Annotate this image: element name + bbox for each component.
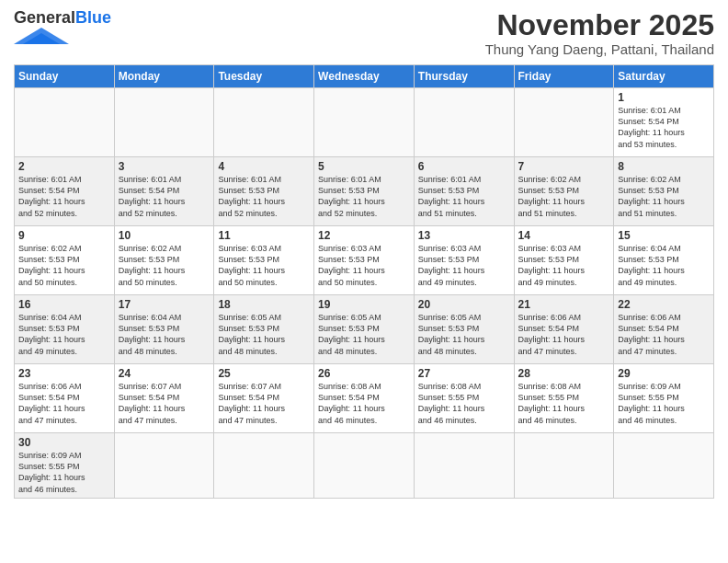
day-number: 19	[318, 298, 410, 311]
calendar-cell: 28Sunrise: 6:08 AM Sunset: 5:55 PM Dayli…	[514, 364, 614, 433]
day-number: 30	[18, 436, 110, 449]
day-info: Sunrise: 6:07 AM Sunset: 5:54 PM Dayligh…	[218, 381, 310, 426]
calendar-cell: 1Sunrise: 6:01 AM Sunset: 5:54 PM Daylig…	[614, 88, 714, 157]
calendar-body: 1Sunrise: 6:01 AM Sunset: 5:54 PM Daylig…	[15, 88, 714, 499]
calendar-cell	[414, 433, 514, 499]
day-number: 1	[618, 91, 710, 104]
page-header: GeneralBlue November 2025 Thung Yang Dae…	[14, 9, 714, 57]
day-info: Sunrise: 6:01 AM Sunset: 5:53 PM Dayligh…	[418, 174, 510, 219]
calendar-cell: 16Sunrise: 6:04 AM Sunset: 5:53 PM Dayli…	[15, 295, 115, 364]
calendar-week-row: 30Sunrise: 6:09 AM Sunset: 5:55 PM Dayli…	[15, 433, 714, 499]
location-title: Thung Yang Daeng, Pattani, Thailand	[485, 41, 714, 57]
calendar-cell: 23Sunrise: 6:06 AM Sunset: 5:54 PM Dayli…	[15, 364, 115, 433]
day-info: Sunrise: 6:08 AM Sunset: 5:55 PM Dayligh…	[518, 381, 610, 426]
logo-general: General	[14, 8, 75, 27]
day-info: Sunrise: 6:05 AM Sunset: 5:53 PM Dayligh…	[218, 312, 310, 357]
header-day-saturday: Saturday	[614, 65, 714, 88]
day-number: 21	[518, 298, 610, 311]
day-number: 28	[518, 367, 610, 380]
day-info: Sunrise: 6:02 AM Sunset: 5:53 PM Dayligh…	[18, 243, 110, 288]
calendar-cell	[514, 88, 614, 157]
day-number: 7	[518, 160, 610, 173]
calendar-cell: 8Sunrise: 6:02 AM Sunset: 5:53 PM Daylig…	[614, 157, 714, 226]
day-info: Sunrise: 6:02 AM Sunset: 5:53 PM Dayligh…	[518, 174, 610, 219]
header-day-sunday: Sunday	[15, 65, 115, 88]
day-number: 17	[119, 298, 210, 311]
calendar-cell: 25Sunrise: 6:07 AM Sunset: 5:54 PM Dayli…	[214, 364, 314, 433]
calendar-week-row: 9Sunrise: 6:02 AM Sunset: 5:53 PM Daylig…	[15, 226, 714, 295]
day-number: 13	[418, 229, 510, 242]
header-day-thursday: Thursday	[414, 65, 514, 88]
calendar-cell	[15, 88, 115, 157]
day-info: Sunrise: 6:06 AM Sunset: 5:54 PM Dayligh…	[618, 312, 710, 357]
day-number: 8	[618, 160, 710, 173]
day-info: Sunrise: 6:03 AM Sunset: 5:53 PM Dayligh…	[418, 243, 510, 288]
header-row: SundayMondayTuesdayWednesdayThursdayFrid…	[15, 65, 714, 88]
month-title: November 2025	[485, 9, 714, 41]
calendar-week-row: 2Sunrise: 6:01 AM Sunset: 5:54 PM Daylig…	[15, 157, 714, 226]
calendar-cell: 20Sunrise: 6:05 AM Sunset: 5:53 PM Dayli…	[414, 295, 514, 364]
day-info: Sunrise: 6:01 AM Sunset: 5:53 PM Dayligh…	[218, 174, 310, 219]
day-info: Sunrise: 6:04 AM Sunset: 5:53 PM Dayligh…	[18, 312, 110, 357]
calendar-cell: 3Sunrise: 6:01 AM Sunset: 5:54 PM Daylig…	[114, 157, 214, 226]
day-number: 11	[218, 229, 310, 242]
calendar-cell: 19Sunrise: 6:05 AM Sunset: 5:53 PM Dayli…	[314, 295, 415, 364]
calendar-cell	[214, 433, 314, 499]
day-info: Sunrise: 6:08 AM Sunset: 5:55 PM Dayligh…	[418, 381, 510, 426]
calendar-cell	[314, 433, 415, 499]
calendar-table: SundayMondayTuesdayWednesdayThursdayFrid…	[14, 64, 714, 499]
day-info: Sunrise: 6:09 AM Sunset: 5:55 PM Dayligh…	[618, 381, 710, 426]
header-day-tuesday: Tuesday	[214, 65, 314, 88]
day-info: Sunrise: 6:05 AM Sunset: 5:53 PM Dayligh…	[418, 312, 510, 357]
calendar-cell: 7Sunrise: 6:02 AM Sunset: 5:53 PM Daylig…	[514, 157, 614, 226]
calendar-header: SundayMondayTuesdayWednesdayThursdayFrid…	[15, 65, 714, 88]
header-day-wednesday: Wednesday	[314, 65, 415, 88]
calendar-cell: 5Sunrise: 6:01 AM Sunset: 5:53 PM Daylig…	[314, 157, 415, 226]
calendar-cell: 2Sunrise: 6:01 AM Sunset: 5:54 PM Daylig…	[15, 157, 115, 226]
day-info: Sunrise: 6:03 AM Sunset: 5:53 PM Dayligh…	[218, 243, 310, 288]
day-number: 9	[18, 229, 110, 242]
day-info: Sunrise: 6:01 AM Sunset: 5:54 PM Dayligh…	[119, 174, 210, 219]
day-number: 23	[18, 367, 110, 380]
calendar-cell	[114, 88, 214, 157]
calendar-cell: 30Sunrise: 6:09 AM Sunset: 5:55 PM Dayli…	[15, 433, 115, 499]
calendar-cell: 6Sunrise: 6:01 AM Sunset: 5:53 PM Daylig…	[414, 157, 514, 226]
day-info: Sunrise: 6:01 AM Sunset: 5:54 PM Dayligh…	[18, 174, 110, 219]
header-day-friday: Friday	[514, 65, 614, 88]
calendar-cell	[514, 433, 614, 499]
day-number: 12	[318, 229, 410, 242]
day-info: Sunrise: 6:02 AM Sunset: 5:53 PM Dayligh…	[618, 174, 710, 219]
calendar-cell: 26Sunrise: 6:08 AM Sunset: 5:54 PM Dayli…	[314, 364, 415, 433]
day-number: 16	[18, 298, 110, 311]
calendar-cell	[314, 88, 415, 157]
calendar-week-row: 1Sunrise: 6:01 AM Sunset: 5:54 PM Daylig…	[15, 88, 714, 157]
calendar-cell: 11Sunrise: 6:03 AM Sunset: 5:53 PM Dayli…	[214, 226, 314, 295]
header-day-monday: Monday	[114, 65, 214, 88]
calendar-cell: 12Sunrise: 6:03 AM Sunset: 5:53 PM Dayli…	[314, 226, 415, 295]
calendar-cell: 17Sunrise: 6:04 AM Sunset: 5:53 PM Dayli…	[114, 295, 214, 364]
calendar-cell: 15Sunrise: 6:04 AM Sunset: 5:53 PM Dayli…	[614, 226, 714, 295]
day-info: Sunrise: 6:03 AM Sunset: 5:53 PM Dayligh…	[518, 243, 610, 288]
day-number: 15	[618, 229, 710, 242]
day-number: 3	[119, 160, 210, 173]
day-info: Sunrise: 6:06 AM Sunset: 5:54 PM Dayligh…	[18, 381, 110, 426]
day-number: 10	[119, 229, 210, 242]
calendar-cell: 18Sunrise: 6:05 AM Sunset: 5:53 PM Dayli…	[214, 295, 314, 364]
day-info: Sunrise: 6:07 AM Sunset: 5:54 PM Dayligh…	[119, 381, 210, 426]
day-number: 18	[218, 298, 310, 311]
day-info: Sunrise: 6:08 AM Sunset: 5:54 PM Dayligh…	[318, 381, 410, 426]
calendar-cell: 22Sunrise: 6:06 AM Sunset: 5:54 PM Dayli…	[614, 295, 714, 364]
calendar-cell: 10Sunrise: 6:02 AM Sunset: 5:53 PM Dayli…	[114, 226, 214, 295]
calendar-cell: 29Sunrise: 6:09 AM Sunset: 5:55 PM Dayli…	[614, 364, 714, 433]
calendar-cell: 27Sunrise: 6:08 AM Sunset: 5:55 PM Dayli…	[414, 364, 514, 433]
day-number: 27	[418, 367, 510, 380]
title-area: November 2025 Thung Yang Daeng, Pattani,…	[485, 9, 714, 57]
calendar-cell: 24Sunrise: 6:07 AM Sunset: 5:54 PM Dayli…	[114, 364, 214, 433]
day-number: 5	[318, 160, 410, 173]
day-info: Sunrise: 6:06 AM Sunset: 5:54 PM Dayligh…	[518, 312, 610, 357]
calendar-week-row: 23Sunrise: 6:06 AM Sunset: 5:54 PM Dayli…	[15, 364, 714, 433]
calendar-cell	[614, 433, 714, 499]
calendar-cell: 9Sunrise: 6:02 AM Sunset: 5:53 PM Daylig…	[15, 226, 115, 295]
calendar-cell: 21Sunrise: 6:06 AM Sunset: 5:54 PM Dayli…	[514, 295, 614, 364]
logo-icon	[14, 28, 69, 44]
